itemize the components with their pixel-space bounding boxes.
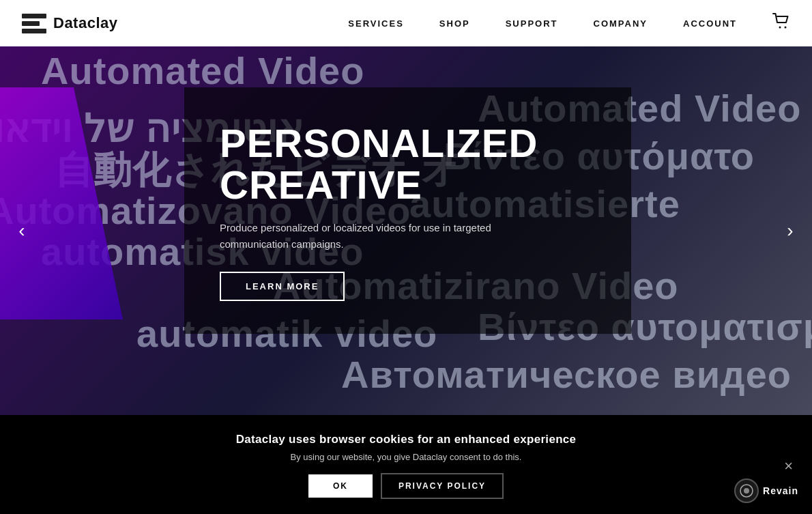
cookie-title: Dataclay uses browser cookies for an enh… [236,433,577,446]
nav-shop[interactable]: SHOP [439,18,470,29]
svg-point-1 [785,27,787,29]
cookie-description: By using our website, you give Dataclay … [291,452,522,462]
cookie-privacy-button[interactable]: PRIVACY POLICY [381,473,504,499]
nav-services[interactable]: SERVICES [348,18,404,29]
cookie-close-button[interactable]: × [784,457,793,475]
svg-point-3 [744,488,749,494]
cookie-actions: OK PRIVACY POLICY [308,473,504,499]
nav-account[interactable]: ACCOUNT [683,18,737,29]
carousel-arrow-left[interactable]: ‹ [8,217,35,244]
svg-point-0 [779,27,781,29]
cart-icon[interactable] [772,13,790,33]
nav-support[interactable]: SUPPORT [506,18,558,29]
slide-description: Produce personalized or localized videos… [220,220,520,253]
carousel-arrow-right[interactable]: › [777,217,804,244]
overlay-text-1: Automated Video [41,50,364,92]
slide-content-box: PERSONALIZED CREATIVE Produce personaliz… [184,87,631,334]
nav-company[interactable]: COMPANY [594,18,648,29]
cookie-banner: Dataclay uses browser cookies for an enh… [0,418,812,514]
brand-name: Dataclay [53,14,118,32]
slide-title: PERSONALIZED CREATIVE [220,123,596,206]
navbar: Dataclay SERVICES SHOP SUPPORT COMPANY A… [0,0,812,46]
hero-section: Automated Video אוטומציה של וידאו 自動化された… [0,46,812,415]
nav-links: SERVICES SHOP SUPPORT COMPANY ACCOUNT [348,13,790,33]
logo-link[interactable]: Dataclay [22,11,118,35]
revain-icon [734,479,759,503]
overlay-text-12: Автоматическое видео [341,354,792,396]
revain-badge[interactable]: Revain [734,479,798,503]
cookie-ok-button[interactable]: OK [308,474,373,498]
logo-icon [22,11,46,35]
revain-label: Revain [763,485,798,496]
slide-cta-button[interactable]: LEARN MORE [220,272,345,301]
